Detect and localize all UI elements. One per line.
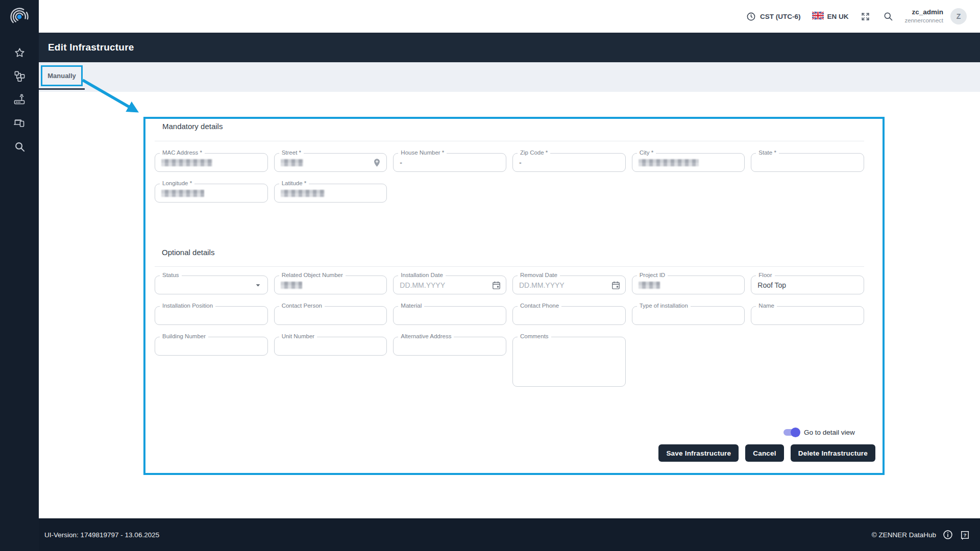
toggle-thumb	[791, 428, 800, 437]
ui-version-label: UI-Version: 1749819797 - 13.06.2025	[44, 531, 159, 539]
field-unit-number[interactable]: Unit Number	[274, 337, 387, 356]
fullscreen-button[interactable]	[860, 11, 871, 22]
field-installation-position[interactable]: Installation Position	[155, 306, 268, 325]
redacted-value	[281, 190, 325, 197]
devices-icon	[13, 117, 26, 131]
field-label: Comments	[518, 333, 551, 339]
network-icon	[14, 70, 26, 84]
delete-infrastructure-button[interactable]: Delete Infrastructure	[791, 444, 875, 462]
field-contact-phone[interactable]: Contact Phone	[512, 306, 626, 325]
clock-icon	[745, 11, 756, 22]
field-label: Installation Position	[160, 303, 215, 309]
field-type-of-installation[interactable]: Type of installation	[632, 306, 745, 325]
detail-view-toggle-row: Go to detail view	[783, 427, 855, 437]
field-related-object-number[interactable]: Related Object Number	[274, 276, 387, 294]
field-removal-date[interactable]: Removal DateDD.MM.YYYY	[512, 276, 626, 294]
field-label: Name	[756, 303, 777, 309]
calendar-icon[interactable]	[492, 280, 501, 290]
app-logo[interactable]	[0, 0, 39, 31]
field-label: MAC Address *	[160, 149, 205, 156]
uk-flag-icon	[812, 12, 824, 21]
sidebar-item-favorites[interactable]	[0, 42, 39, 65]
field-label: Zip Code *	[518, 149, 550, 156]
tab-manually-label: Manually	[47, 72, 76, 80]
field-comments[interactable]: Comments	[512, 337, 626, 387]
tab-bar: Manually	[39, 62, 980, 92]
redacted-value	[639, 282, 660, 289]
mandatory-divider	[155, 141, 864, 141]
field-status[interactable]: Status	[155, 276, 268, 294]
svg-text:?: ?	[963, 532, 966, 537]
sidebar-item-devices[interactable]	[0, 112, 39, 136]
field-label: Building Number	[160, 333, 208, 339]
field-placeholder: DD.MM.YYYY	[400, 281, 445, 289]
avatar[interactable]: Z	[950, 8, 967, 24]
calendar-icon[interactable]	[611, 280, 621, 290]
field-label: Installation Date	[398, 272, 445, 278]
field-state[interactable]: State *	[751, 153, 864, 172]
field-label: Unit Number	[279, 333, 317, 339]
field-label: Related Object Number	[279, 272, 346, 278]
field-street[interactable]: Street *	[274, 153, 387, 172]
language-label: EN UK	[827, 13, 849, 20]
field-alternative-address[interactable]: Alternative Address	[393, 337, 506, 356]
location-pin-icon[interactable]	[372, 158, 382, 167]
field-label: Contact Person	[279, 303, 325, 309]
field-label: House Number *	[398, 149, 447, 156]
main-content: Mandatory details MAC Address *Street *H…	[39, 92, 980, 518]
save-infrastructure-button[interactable]: Save Infrastructure	[658, 444, 739, 462]
field-value: -	[519, 159, 522, 167]
search-button[interactable]	[883, 11, 894, 22]
field-label: Longitude *	[160, 180, 194, 186]
sidebar-item-gateways[interactable]	[0, 89, 39, 112]
field-zip-code[interactable]: Zip Code *-	[512, 153, 626, 172]
field-installation-date[interactable]: Installation DateDD.MM.YYYY	[393, 276, 506, 294]
optional-fields-grid: StatusRelated Object NumberInstallation …	[155, 276, 864, 356]
field-name[interactable]: Name	[751, 306, 864, 325]
footer: UI-Version: 1749819797 - 13.06.2025 © ZE…	[39, 518, 980, 551]
toggle-label: Go to detail view	[804, 429, 855, 436]
field-mac-address[interactable]: MAC Address *	[155, 153, 268, 172]
field-label: Contact Phone	[518, 303, 561, 309]
optional-section-heading: Optional details	[162, 248, 214, 257]
sidebar-item-search[interactable]	[0, 136, 39, 159]
field-latitude[interactable]: Latitude *	[274, 184, 387, 203]
timezone-selector[interactable]: CST (UTC-6)	[745, 11, 801, 22]
field-label: Status	[160, 272, 182, 278]
field-value: -	[400, 159, 402, 167]
zenner-logo-icon	[8, 6, 31, 30]
dropdown-arrow-icon[interactable]	[253, 280, 263, 290]
field-floor[interactable]: FloorRoof Top	[751, 276, 864, 294]
field-city[interactable]: City *	[632, 153, 745, 172]
user-menu[interactable]: zc_admin zennerconnect	[905, 8, 943, 24]
redacted-value	[161, 190, 204, 197]
field-longitude[interactable]: Longitude *	[155, 184, 268, 203]
copyright-label: © ZENNER DataHub	[872, 531, 936, 539]
field-house-number[interactable]: House Number *-	[393, 153, 506, 172]
search-icon	[14, 141, 26, 155]
field-material[interactable]: Material	[393, 306, 506, 325]
go-to-detail-view-toggle[interactable]	[783, 429, 799, 436]
field-project-id[interactable]: Project ID	[632, 276, 745, 294]
active-tab-underline	[39, 88, 85, 90]
sidebar-item-network[interactable]	[0, 65, 39, 89]
tab-manually[interactable]: Manually	[42, 66, 82, 85]
field-label: Latitude *	[279, 180, 309, 186]
timezone-label: CST (UTC-6)	[760, 13, 801, 20]
page-title: Edit Infrastructure	[48, 42, 134, 53]
info-icon[interactable]	[943, 530, 953, 540]
language-selector[interactable]: EN UK	[812, 12, 849, 21]
user-organization: zennerconnect	[905, 17, 943, 24]
form-actions: Save Infrastructure Cancel Delete Infras…	[155, 444, 875, 462]
redacted-value	[639, 159, 699, 166]
help-icon[interactable]: ?	[960, 530, 970, 540]
field-placeholder: DD.MM.YYYY	[519, 281, 565, 289]
field-contact-person[interactable]: Contact Person	[274, 306, 387, 325]
field-label: Material	[398, 303, 424, 309]
edit-infrastructure-screen: CST (UTC-6) EN UK zc_admin	[0, 0, 980, 551]
cancel-button[interactable]: Cancel	[745, 444, 783, 462]
field-label: Floor	[756, 272, 774, 278]
field-building-number[interactable]: Building Number	[155, 337, 268, 356]
field-value: Roof Top	[757, 281, 786, 289]
field-label: Type of installation	[637, 303, 691, 309]
